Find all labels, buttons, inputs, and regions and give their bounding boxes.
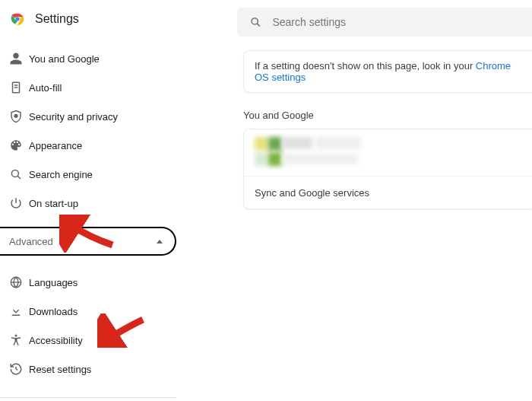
sidebar-item-you-and-google[interactable]: You and Google [0,44,198,73]
sidebar-item-appearance[interactable]: Appearance [0,131,198,160]
globe-icon [9,275,29,289]
sidebar-item-security[interactable]: Security and privacy [0,102,198,131]
autofill-icon [9,81,29,94]
sidebar-item-label: On start-up [29,198,78,209]
profile-row[interactable] [244,129,532,177]
chevron-up-icon [157,240,163,243]
main-content: If a setting doesn't show on this page, … [198,8,532,209]
page-title: Settings [35,12,79,26]
svg-point-7 [15,335,17,337]
search-settings-input[interactable] [272,16,520,28]
sidebar-item-reset-settings[interactable]: Reset settings [0,355,198,383]
power-icon [9,196,29,210]
sidebar-main-menu: You and Google Auto-fill Security and pr… [0,38,198,224]
accessibility-icon [9,333,29,347]
sidebar-item-label: Accessibility [29,335,83,346]
chrome-os-notice-card: If a setting doesn't show on this page, … [243,50,532,93]
svg-point-1 [14,114,17,117]
sidebar-item-label: Search engine [29,169,93,180]
separator [0,397,176,398]
advanced-label: Advanced [9,236,53,247]
sidebar-item-downloads[interactable]: Downloads [0,297,198,326]
sync-row-label: Sync and Google services [255,187,369,199]
shield-icon [9,110,29,123]
sidebar-item-search-engine[interactable]: Search engine [0,160,198,189]
sidebar-item-label: Downloads [29,306,78,317]
person-icon [9,52,29,65]
you-and-google-card: Sync and Google services [243,129,532,209]
sidebar-item-label: Appearance [29,140,82,151]
sidebar-item-on-startup[interactable]: On start-up [0,189,198,218]
svg-line-12 [257,24,259,26]
notice-text: If a setting doesn't show on this page, … [255,60,476,72]
sidebar-item-label: Languages [29,277,78,288]
sidebar-item-label: Reset settings [29,364,91,375]
sidebar-advanced-toggle[interactable]: Advanced [0,227,176,256]
svg-line-9 [16,369,17,371]
svg-point-11 [252,18,258,24]
sidebar-item-accessibility[interactable]: Accessibility [0,326,198,355]
sidebar-advanced-menu: Languages Downloads Accessibility Reset … [0,262,198,390]
search-icon [9,167,29,181]
sync-and-google-services-row[interactable]: Sync and Google services [244,177,532,208]
search-icon [249,15,261,29]
sidebar-item-autofill[interactable]: Auto-fill [0,73,198,102]
sidebar-item-label: You and Google [29,53,100,65]
restore-icon [9,362,29,376]
svg-line-3 [17,176,21,179]
settings-header: Settings [0,0,198,38]
svg-point-2 [11,170,18,177]
sidebar-item-languages[interactable]: Languages [0,268,198,297]
section-title-you-and-google: You and Google [243,110,532,121]
redacted-profile-info [255,137,376,169]
sidebar-item-label: Security and privacy [29,111,118,123]
download-icon [9,304,29,318]
sidebar: Settings You and Google Auto-fill Securi… [0,0,198,401]
search-settings-bar[interactable] [237,8,532,37]
sidebar-item-label: Auto-fill [29,82,62,94]
palette-icon [9,138,29,152]
chrome-logo-icon [9,11,26,27]
